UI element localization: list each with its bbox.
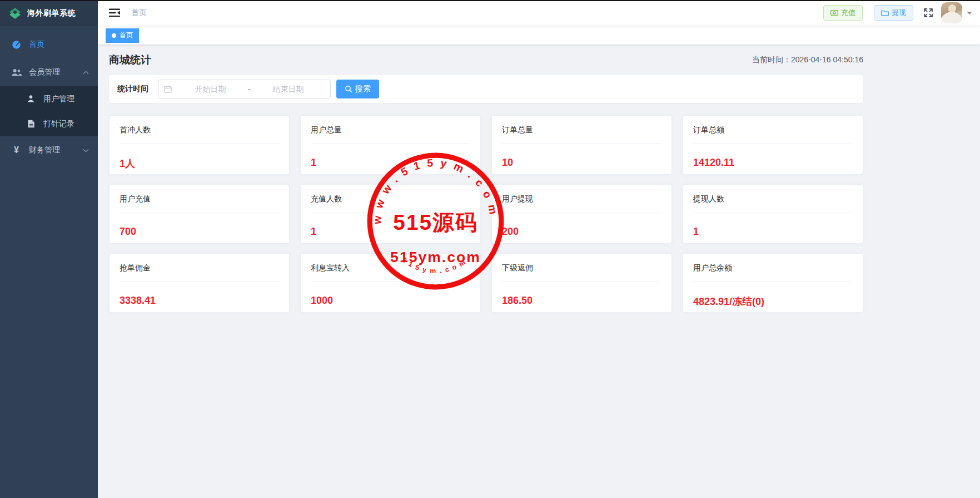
- divider: [502, 282, 661, 282]
- filter-panel: 统计时间 -: [109, 75, 863, 103]
- navbar-right: 充值 提现: [823, 2, 972, 23]
- stat-card-user-recharge: 用户充值 700: [109, 184, 290, 244]
- user-icon: [26, 95, 36, 103]
- stat-card-total-balance: 用户总余额 4823.91/冻结(0): [683, 253, 863, 313]
- divider: [693, 213, 853, 213]
- stat-card-order-commission: 抢单佣金 3338.41: [109, 253, 290, 313]
- yen-icon: ¥: [11, 145, 22, 155]
- start-date-input[interactable]: [174, 85, 247, 93]
- recharge-label: 充值: [841, 8, 855, 18]
- divider: [693, 282, 853, 282]
- recharge-button[interactable]: 充值: [823, 5, 863, 21]
- stats-grid: 首冲人数 1人 用户总量 1 订单总量 10: [109, 115, 863, 313]
- hamburger-icon[interactable]: [106, 6, 123, 20]
- stat-card-first-recharge-users: 首冲人数 1人: [109, 115, 290, 175]
- stat-title: 用户总量: [311, 125, 470, 135]
- current-time: 当前时间：2026-04-16 04:50:16: [752, 55, 863, 65]
- divider: [502, 213, 661, 213]
- stat-value: 4823.91/冻结(0): [693, 295, 853, 308]
- stat-title: 用户总余额: [693, 263, 853, 273]
- sidebar-item-label: 用户管理: [43, 94, 74, 104]
- current-time-value: 2026-04-16 04:50:16: [791, 55, 863, 64]
- sidebar-item-label: 首页: [29, 40, 44, 50]
- stat-card-total-users: 用户总量 1: [300, 115, 481, 175]
- stat-value: 1人: [120, 157, 279, 170]
- withdraw-button[interactable]: 提现: [874, 5, 913, 21]
- stat-card-interest-transfer: 利息宝转入 1000: [300, 253, 481, 313]
- dashboard-icon: [11, 40, 22, 50]
- caret-down-icon: [967, 12, 972, 17]
- divider: [311, 282, 470, 282]
- sidebar-item-label: 财务管理: [29, 145, 60, 155]
- divider: [311, 213, 470, 213]
- divider: [311, 144, 470, 144]
- stat-title: 首冲人数: [120, 125, 279, 135]
- stat-value: 14120.11: [693, 157, 853, 169]
- filter-label: 统计时间: [117, 84, 148, 94]
- stat-title: 充值人数: [311, 194, 470, 204]
- wallet-icon: [881, 9, 889, 16]
- page-header: 商城统计 当前时间：2026-04-16 04:50:16: [109, 45, 863, 75]
- stat-card-total-orders: 订单总量 10: [491, 115, 672, 175]
- search-button[interactable]: 搜索: [336, 80, 379, 98]
- stat-title: 订单总额: [693, 125, 853, 135]
- sidebar-item-finance[interactable]: ¥ 财务管理: [0, 136, 98, 164]
- stat-value: 200: [502, 226, 661, 238]
- stat-value: 1: [311, 226, 470, 238]
- sidebar-submenu-members: 用户管理 打针记录: [0, 86, 98, 136]
- search-label: 搜索: [355, 84, 371, 94]
- avatar: [941, 2, 962, 23]
- current-time-label: 当前时间：: [752, 55, 791, 64]
- logo-icon: [8, 6, 22, 21]
- chevron-up-icon: [83, 71, 89, 75]
- divider: [120, 282, 279, 282]
- search-icon: [345, 85, 352, 93]
- main-area: 首页 充值: [98, 0, 980, 498]
- sidebar-item-label: 打针记录: [43, 119, 74, 129]
- divider: [502, 144, 661, 144]
- divider: [120, 144, 279, 144]
- sidebar-item-label: 会员管理: [29, 67, 60, 77]
- stat-title: 订单总量: [502, 125, 661, 135]
- money-icon: [830, 9, 838, 16]
- sidebar: 海外刷单系统 首页: [0, 0, 98, 498]
- stat-value: 700: [120, 226, 279, 238]
- divider: [120, 213, 279, 213]
- sidebar-item-user-management[interactable]: 用户管理: [0, 86, 98, 111]
- tab-label: 首页: [120, 31, 133, 40]
- stat-value: 10: [502, 157, 661, 169]
- date-range-picker[interactable]: -: [158, 80, 331, 98]
- sidebar-item-injection-records[interactable]: 打针记录: [0, 111, 98, 136]
- app-root: 海外刷单系统 首页: [0, 0, 980, 498]
- breadcrumb[interactable]: 首页: [131, 8, 147, 18]
- users-icon: [11, 68, 22, 77]
- stat-value: 1000: [311, 295, 470, 307]
- stat-value: 186.50: [502, 295, 661, 307]
- page-body: 商城统计 当前时间：2026-04-16 04:50:16 统计时间: [98, 45, 980, 498]
- end-date-input[interactable]: [252, 85, 325, 93]
- fullscreen-icon[interactable]: [922, 7, 934, 19]
- app-title: 海外刷单系统: [27, 8, 76, 18]
- sidebar-item-members[interactable]: 会员管理: [0, 58, 98, 86]
- user-menu[interactable]: [941, 2, 972, 23]
- window-top-edge: [0, 0, 980, 1]
- stat-value: 1: [311, 157, 470, 169]
- calendar-icon: [164, 85, 172, 93]
- tabs-bar: 首页: [98, 26, 980, 45]
- stat-title: 抢单佣金: [120, 263, 279, 273]
- stat-card-recharge-users: 充值人数 1: [300, 184, 481, 244]
- sidebar-item-home[interactable]: 首页: [0, 31, 98, 58]
- tab-home[interactable]: 首页: [106, 28, 139, 43]
- stat-title: 用户提现: [502, 194, 661, 204]
- stat-card-sub-rebate: 下级返佣 186.50: [491, 253, 672, 313]
- date-range-separator: -: [247, 85, 252, 93]
- stat-value: 3338.41: [120, 295, 279, 307]
- navbar: 首页 充值: [98, 0, 980, 26]
- app-logo[interactable]: 海外刷单系统: [0, 0, 98, 26]
- sidebar-menu: 首页 会员管理: [0, 26, 98, 164]
- stat-title: 下级返佣: [502, 263, 661, 273]
- page-content: 商城统计 当前时间：2026-04-16 04:50:16 统计时间: [109, 45, 863, 313]
- withdraw-label: 提现: [892, 8, 906, 18]
- stat-value: 1: [693, 226, 853, 238]
- stat-title: 提现人数: [693, 194, 853, 204]
